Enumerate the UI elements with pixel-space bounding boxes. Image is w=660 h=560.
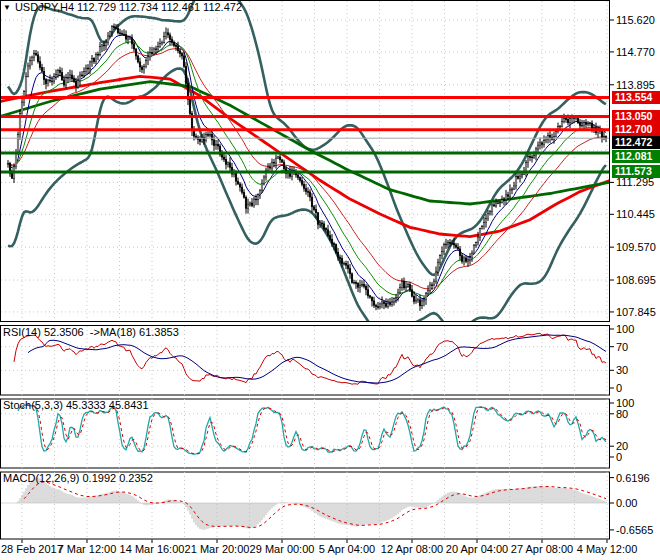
time-label: 28 Feb 2017: [1, 543, 63, 555]
macd-label: MACD(12,26,9) 0.1992 0.2352: [3, 472, 153, 484]
rsi-scale-label: 0: [616, 382, 660, 394]
rsi-scale-label: 100: [616, 323, 660, 335]
time-label: 5 Apr 04:00: [319, 543, 375, 555]
macd-scale-label: 0.6196: [616, 472, 660, 484]
stoch-scale-label: 80: [616, 408, 660, 420]
chart-title-text: USDJPY,H4 112.729 112.734 112.461 112.47…: [15, 1, 242, 13]
price-label: 109.570: [616, 241, 660, 253]
stoch-scale-label: 0: [616, 451, 660, 463]
price-badge: 113.050: [612, 110, 660, 123]
price-badge: 113.554: [612, 91, 660, 104]
time-label: 29 Mar 00:00: [250, 543, 315, 555]
time-label: 27 Apr 08:00: [511, 543, 573, 555]
time-label: 21 Mar 20:00: [185, 543, 250, 555]
price-label: 107.845: [616, 306, 660, 318]
price-label: 113.895: [616, 79, 660, 91]
macd-scale-label: 0.00: [616, 497, 660, 509]
price-badge: 111.573: [612, 165, 660, 178]
price-label: 115.620: [616, 14, 660, 26]
trading-chart-window: ▼USDJPY,H4 112.729 112.734 112.461 112.4…: [0, 0, 660, 560]
time-label: 7 Mar 12:00: [58, 543, 117, 555]
stoch-label: Stoch(5,3,3) 45.3333 45.8431: [3, 399, 149, 411]
rsi-scale-label: 70: [616, 341, 660, 353]
price-badge: 112.700: [612, 123, 660, 136]
time-label: 14 Mar 16:00: [120, 543, 185, 555]
chart-title: ▼USDJPY,H4 112.729 112.734 112.461 112.4…: [3, 1, 242, 13]
price-badge: 112.081: [612, 150, 660, 163]
price-label: 114.770: [616, 46, 660, 58]
price-label: 110.445: [616, 208, 660, 220]
time-label: 12 Apr 08:00: [381, 543, 443, 555]
price-badge: 112.472: [612, 136, 660, 149]
rsi-label: RSI(14) 52.3506 ->MA(18) 61.3853: [3, 326, 179, 338]
macd-scale-label: -0.6565: [616, 524, 660, 536]
time-label: 20 Apr 04:00: [446, 543, 508, 555]
time-label: 4 May 12:00: [577, 543, 638, 555]
rsi-scale-label: 30: [616, 364, 660, 376]
chevron-down-icon[interactable]: ▼: [3, 3, 11, 12]
price-label: 108.695: [616, 274, 660, 286]
